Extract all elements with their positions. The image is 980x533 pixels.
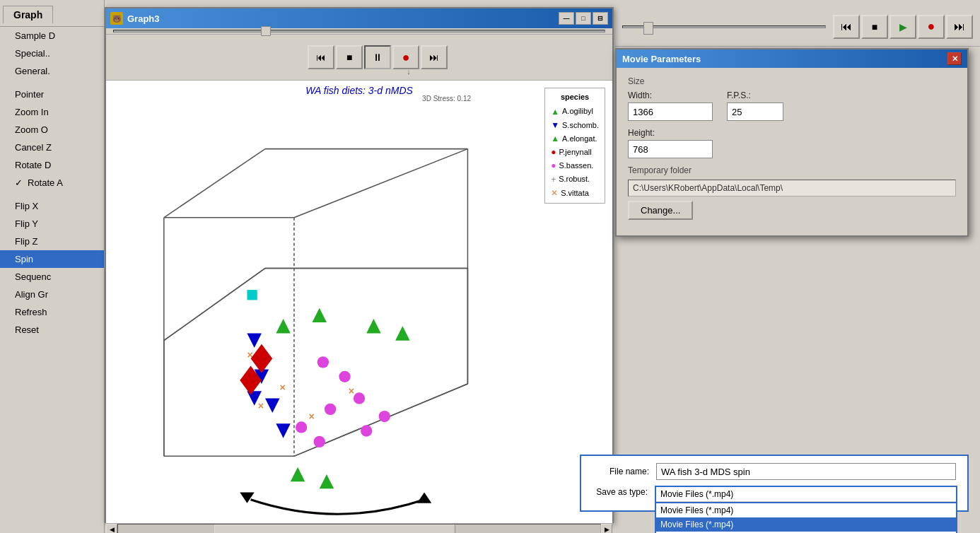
legend-label-4: P.jenynall xyxy=(559,146,591,159)
legend-title: species xyxy=(551,91,599,104)
temp-folder-path: C:\Users\KRobert\AppData\Local\Temp\ xyxy=(628,180,956,197)
dialog-body: Size Width: F.P.S.: Height: Temporary fo… xyxy=(617,68,967,235)
fps-label: F.P.S.: xyxy=(727,90,783,100)
legend-item-4: ● P.jenynall xyxy=(551,146,599,159)
pause-btn[interactable]: ⏸ xyxy=(364,45,391,69)
sidebar-item-spin[interactable]: Spin xyxy=(0,250,104,268)
scroll-thumb[interactable] xyxy=(214,525,455,534)
sidebar-item-pointer[interactable]: Pointer xyxy=(0,86,104,103)
sidebar-item-reset[interactable]: Reset xyxy=(0,321,104,339)
sidebar-item-special..[interactable]: Special.. xyxy=(0,45,104,62)
sidebar-item-flip-z[interactable]: Flip Z xyxy=(0,233,104,250)
size-section-label: Size xyxy=(628,76,956,86)
svg-text:×: × xyxy=(349,385,354,397)
file-section: File name: Save as type: Movie Files (*.… xyxy=(580,455,969,512)
temp-folder-label: Temporary folder xyxy=(628,165,956,175)
slider-track[interactable] xyxy=(113,30,605,33)
legend-item-6: + S.robust. xyxy=(551,173,599,187)
sidebar-item-rotate-a[interactable]: ✓Rotate A xyxy=(0,174,104,192)
dialog-title: Movie Parameters xyxy=(622,54,701,64)
svg-marker-20 xyxy=(395,326,409,340)
change-folder-btn[interactable]: Change... xyxy=(628,201,693,220)
legend-item-1: ▲ A.ogilibyl xyxy=(551,105,599,119)
maximize-btn[interactable]: □ xyxy=(576,12,591,25)
width-input[interactable] xyxy=(628,102,713,121)
sidebar-item-flip-x[interactable]: Flip X xyxy=(0,197,104,215)
sidebar-item-zoom-in[interactable]: Zoom In xyxy=(0,103,104,121)
skip-back-btn[interactable]: ⏮ xyxy=(308,45,334,69)
svg-point-34 xyxy=(361,425,372,436)
legend-label-2: S.schomb. xyxy=(562,119,599,132)
graph-scrollbar: ◀ ▶ xyxy=(106,523,612,533)
sidebar-item-rotate-d[interactable]: Rotate D xyxy=(0,156,104,174)
svg-marker-27 xyxy=(247,333,261,347)
minimize-btn[interactable]: — xyxy=(559,12,574,25)
svg-marker-37 xyxy=(251,344,273,373)
scroll-right-btn[interactable]: ▶ xyxy=(601,524,612,534)
skip-forward-btn-top[interactable]: ⏭ xyxy=(946,15,973,39)
svg-line-4 xyxy=(164,149,265,218)
3d-plot-svg: × × × × × × xyxy=(106,98,612,523)
graph-plot-title: WA fish diets: 3-d nMDS xyxy=(106,81,612,98)
sidebar-item-zoom-o[interactable]: Zoom O xyxy=(0,121,104,139)
legend-label-5: S.bassen. xyxy=(559,160,593,172)
graph-window: 🐻 Graph3 — □ ⊟ ⏮ ■ ⏸ ● ⏭ ↓ WA fish diets… xyxy=(105,7,614,523)
record-btn[interactable]: ● xyxy=(392,45,419,69)
svg-marker-22 xyxy=(320,474,334,488)
sidebar-item-sample-d[interactable]: Sample D xyxy=(0,27,104,45)
dropdown-option-mp4-2[interactable]: Movie Files (*.mp4) xyxy=(656,517,956,532)
svg-marker-19 xyxy=(366,319,380,333)
svg-text:×: × xyxy=(308,411,314,422)
legend-box: species ▲ A.ogilibyl ▼ S.schomb. ▲ A.elo… xyxy=(544,88,605,204)
checkmark-icon: ✓ xyxy=(15,177,25,188)
top-slider-thumb[interactable] xyxy=(643,22,653,35)
slider-thumb[interactable] xyxy=(261,26,271,36)
titlebar-controls: — □ ⊟ xyxy=(559,12,608,25)
file-name-input[interactable] xyxy=(656,463,956,480)
file-name-row: File name: xyxy=(591,463,957,480)
graph-window-title: Graph3 xyxy=(127,13,160,24)
sidebar-menu: Sample DSpecial..General.PointerZoom InZ… xyxy=(0,26,104,339)
sidebar-item-align-gr[interactable]: Align Gr xyxy=(0,286,104,303)
dropdown-option-mp4-1[interactable]: Movie Files (*.mp4) xyxy=(656,503,956,517)
graph-tab[interactable]: Graph xyxy=(3,6,53,23)
sidebar-item-flip-y[interactable]: Flip Y xyxy=(0,215,104,233)
save-type-dropdown[interactable]: Movie Files (*.mp4) Movie Files (*.mp4) … xyxy=(655,486,957,503)
size-form-row: Width: F.P.S.: xyxy=(628,90,956,121)
stop-btn-top[interactable]: ■ xyxy=(861,15,888,39)
svg-point-28 xyxy=(317,356,329,368)
svg-marker-17 xyxy=(276,319,290,333)
dropdown-header[interactable]: Movie Files (*.mp4) xyxy=(656,487,956,502)
legend-item-5: ● S.bassen. xyxy=(551,159,599,172)
legend-label-7: S.vittata xyxy=(561,187,589,200)
legend-sym-4: ● xyxy=(551,146,556,159)
top-slider-track[interactable] xyxy=(622,25,826,28)
fps-input[interactable] xyxy=(727,102,783,121)
sidebar-item-general.[interactable]: General. xyxy=(0,62,104,80)
svg-marker-39 xyxy=(417,492,431,503)
stop-btn[interactable]: ■ xyxy=(336,45,363,69)
play-btn-top[interactable]: ▶ xyxy=(889,15,916,39)
graph-titlebar: 🐻 Graph3 — □ ⊟ xyxy=(106,8,612,28)
scroll-track[interactable] xyxy=(117,524,601,534)
dialog-close-btn[interactable]: ✕ xyxy=(947,52,962,65)
skip-back-btn-top[interactable]: ⏮ xyxy=(833,15,860,39)
sidebar-separator xyxy=(0,80,104,86)
svg-rect-38 xyxy=(247,290,257,300)
sidebar-item-refresh[interactable]: Refresh xyxy=(0,303,104,321)
svg-marker-25 xyxy=(276,423,290,438)
height-label: Height: xyxy=(628,128,713,138)
height-input[interactable] xyxy=(628,140,713,158)
sidebar-item-sequenc[interactable]: Sequenc xyxy=(0,268,104,286)
save-type-row: Save as type: Movie Files (*.mp4) Movie … xyxy=(591,486,957,503)
legend-sym-1: ▲ xyxy=(551,105,559,119)
temp-folder-section: Temporary folder C:\Users\KRobert\AppDat… xyxy=(628,165,956,220)
skip-forward-btn[interactable]: ⏭ xyxy=(421,45,448,69)
playback-bar: ⏮ ■ ⏸ ● ⏭ ↓ xyxy=(106,35,612,81)
sidebar-item-cancel-z[interactable]: Cancel Z xyxy=(0,139,104,156)
svg-marker-21 xyxy=(291,467,305,481)
record-btn-top[interactable]: ● xyxy=(918,15,945,39)
graph-window-icon: 🐻 xyxy=(110,12,123,25)
restore-btn[interactable]: ⊟ xyxy=(593,12,608,25)
scroll-left-btn[interactable]: ◀ xyxy=(106,524,117,534)
